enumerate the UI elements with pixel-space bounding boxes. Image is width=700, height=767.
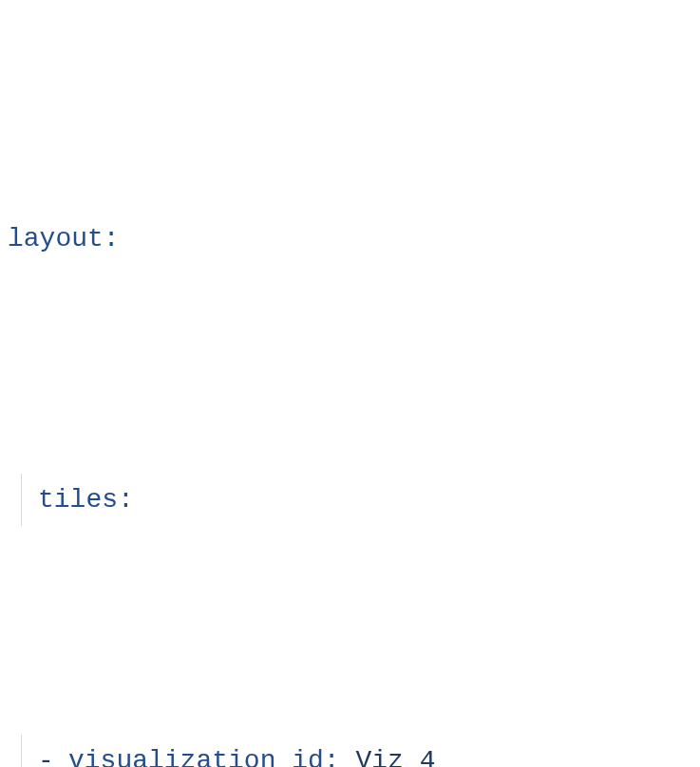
yaml-colon: :	[118, 474, 134, 526]
indent-guide	[8, 474, 38, 526]
indent-guide	[8, 735, 38, 767]
yaml-colon: :	[324, 735, 356, 767]
yaml-key-visualization-id: visualization_id	[68, 735, 324, 767]
yaml-line[interactable]: layout:	[8, 213, 700, 265]
yaml-line[interactable]: tiles:	[8, 474, 700, 526]
yaml-key-layout: layout	[8, 213, 104, 265]
yaml-list-dash: -	[38, 735, 68, 767]
yaml-editor[interactable]: layout: tiles: - visualization_id: Viz_4…	[0, 0, 700, 767]
yaml-value-visualization-id: Viz_4	[355, 735, 435, 767]
yaml-colon: :	[104, 213, 120, 265]
yaml-key-tiles: tiles	[38, 474, 118, 526]
yaml-line[interactable]: - visualization_id: Viz_4	[8, 735, 700, 767]
